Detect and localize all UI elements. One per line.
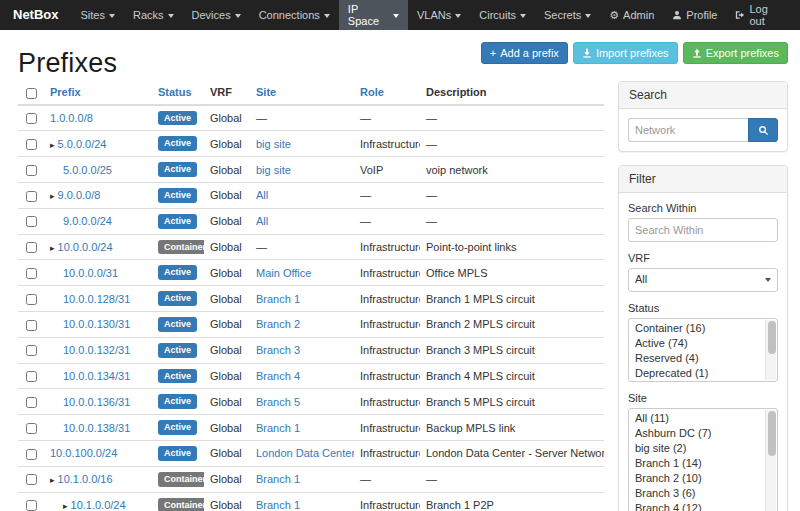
listbox-option[interactable]: Reserved (4): [631, 351, 763, 366]
nav-item-ip-space[interactable]: IP Space: [339, 0, 408, 30]
prefix-link[interactable]: 10.0.0.132/31: [63, 344, 130, 356]
site-link[interactable]: Branch 1: [256, 422, 300, 434]
prefix-link[interactable]: 10.0.0.0/24: [58, 241, 113, 253]
row-checkbox[interactable]: [26, 165, 37, 176]
listbox-option[interactable]: Deprecated (1): [631, 366, 763, 381]
prefix-link[interactable]: 10.0.0.128/31: [63, 293, 130, 305]
row-checkbox[interactable]: [26, 397, 37, 408]
nav-item-connections[interactable]: Connections: [250, 0, 339, 30]
site-link[interactable]: Branch 4: [256, 370, 300, 382]
role-value: Infrastructure: [354, 440, 420, 466]
row-checkbox[interactable]: [26, 139, 37, 150]
filter-panel: Filter Search Within VRF All Status Cont…: [618, 165, 788, 511]
nav-item-profile[interactable]: Profile: [663, 0, 726, 30]
prefix-link[interactable]: 5.0.0.0/25: [63, 164, 112, 176]
site-link[interactable]: Branch 2: [256, 318, 300, 330]
listbox-option[interactable]: All (11): [631, 411, 763, 426]
site-link[interactable]: Branch 3: [256, 344, 300, 356]
prefix-link[interactable]: 10.1.0.0/24: [71, 499, 126, 511]
search-within-input[interactable]: [628, 218, 778, 242]
column-header-prefix[interactable]: Prefix: [44, 81, 152, 105]
listbox-option[interactable]: Branch 3 (6): [631, 486, 763, 501]
listbox-option[interactable]: big site (2): [631, 441, 763, 456]
listbox-option[interactable]: Ashburn DC (7): [631, 426, 763, 441]
column-header-role[interactable]: Role: [354, 81, 420, 105]
site-link[interactable]: big site: [256, 138, 291, 150]
prefix-link[interactable]: 10.0.0.136/31: [63, 396, 130, 408]
listbox-option[interactable]: Active (74): [631, 336, 763, 351]
prefix-link[interactable]: 10.1.0.0/16: [58, 473, 113, 485]
site-link[interactable]: Branch 1: [256, 499, 300, 511]
column-header-description: Description: [420, 81, 604, 105]
site-link[interactable]: All: [256, 189, 268, 201]
row-checkbox[interactable]: [26, 500, 37, 511]
prefix-link[interactable]: 10.0.0.0/31: [63, 267, 118, 279]
site-link[interactable]: All: [256, 215, 268, 227]
listbox-option[interactable]: Branch 1 (14): [631, 456, 763, 471]
description-value: —: [420, 182, 604, 208]
import-prefixes-button[interactable]: Import prefixes: [573, 42, 678, 64]
nav-item-devices[interactable]: Devices: [183, 0, 250, 30]
prefix-link[interactable]: 1.0.0.0/8: [50, 112, 93, 124]
vrf-value: Global: [204, 105, 250, 131]
prefix-link[interactable]: 10.0.0.138/31: [63, 422, 130, 434]
nav-item-racks[interactable]: Racks: [124, 0, 183, 30]
row-checkbox[interactable]: [26, 449, 37, 460]
table-row: ▸10.0.0.0/24ContainerGlobal—Infrastructu…: [18, 234, 604, 260]
search-button[interactable]: [748, 118, 778, 142]
select-all-checkbox[interactable]: [26, 88, 37, 99]
nav-item-secrets[interactable]: Secrets: [535, 0, 600, 30]
scrollbar[interactable]: [765, 320, 776, 380]
role-value: —: [354, 466, 420, 492]
expand-arrow-icon: ▸: [50, 243, 55, 253]
listbox-option[interactable]: Branch 4 (12): [631, 501, 763, 511]
site-link[interactable]: Branch 1: [256, 293, 300, 305]
row-checkbox[interactable]: [26, 268, 37, 279]
row-checkbox[interactable]: [26, 294, 37, 305]
row-checkbox[interactable]: [26, 345, 37, 356]
nav-item-vlans[interactable]: VLANs: [408, 0, 470, 30]
row-checkbox[interactable]: [26, 113, 37, 124]
row-checkbox[interactable]: [26, 371, 37, 382]
nav-item-circuits[interactable]: Circuits: [470, 0, 535, 30]
search-input[interactable]: [628, 118, 748, 142]
prefix-link[interactable]: 9.0.0.0/24: [63, 215, 112, 227]
status-badge: Active: [158, 343, 197, 358]
site-link[interactable]: London Data Center: [256, 447, 354, 459]
prefix-link[interactable]: 10.0.100.0/24: [50, 447, 117, 459]
prefix-link[interactable]: 10.0.0.134/31: [63, 370, 130, 382]
column-header-status[interactable]: Status: [152, 81, 204, 105]
site-link[interactable]: Main Office: [256, 267, 311, 279]
role-value: —: [354, 105, 420, 131]
add-a-prefix-button[interactable]: +Add a prefix: [481, 42, 568, 64]
row-checkbox[interactable]: [26, 320, 37, 331]
column-header-site[interactable]: Site: [250, 81, 354, 105]
status-listbox[interactable]: Container (16)Active (74)Reserved (4)Dep…: [628, 318, 778, 382]
export-prefixes-button[interactable]: Export prefixes: [683, 42, 788, 64]
nav-item-sites[interactable]: Sites: [72, 0, 124, 30]
site-link[interactable]: Branch 1: [256, 473, 300, 485]
nav-item-log-out[interactable]: Log out: [726, 0, 794, 30]
app-brand[interactable]: NetBox: [0, 0, 72, 30]
nav-item-label: Profile: [686, 9, 717, 21]
vrf-value: Global: [204, 131, 250, 157]
row-checkbox[interactable]: [26, 191, 37, 202]
vrf-select[interactable]: All: [628, 268, 778, 292]
nav-item-admin[interactable]: ⚙Admin: [600, 0, 663, 30]
site-link[interactable]: Branch 5: [256, 396, 300, 408]
prefix-link[interactable]: 10.0.0.130/31: [63, 318, 130, 330]
row-checkbox[interactable]: [26, 474, 37, 485]
prefix-link[interactable]: 5.0.0.0/24: [58, 138, 107, 150]
description-value: Office MPLS: [420, 260, 604, 286]
row-checkbox[interactable]: [26, 423, 37, 434]
description-value: Branch 2 MPLS circuit: [420, 311, 604, 337]
prefix-link[interactable]: 9.0.0.0/8: [58, 189, 101, 201]
listbox-option[interactable]: Container (16): [631, 321, 763, 336]
row-checkbox[interactable]: [26, 216, 37, 227]
listbox-option[interactable]: Branch 2 (10): [631, 471, 763, 486]
table-row: 1.0.0.0/8ActiveGlobal———: [18, 105, 604, 131]
row-checkbox[interactable]: [26, 242, 37, 253]
site-link[interactable]: big site: [256, 164, 291, 176]
site-listbox[interactable]: All (11)Ashburn DC (7)big site (2)Branch…: [628, 408, 778, 511]
scrollbar[interactable]: [765, 410, 776, 511]
